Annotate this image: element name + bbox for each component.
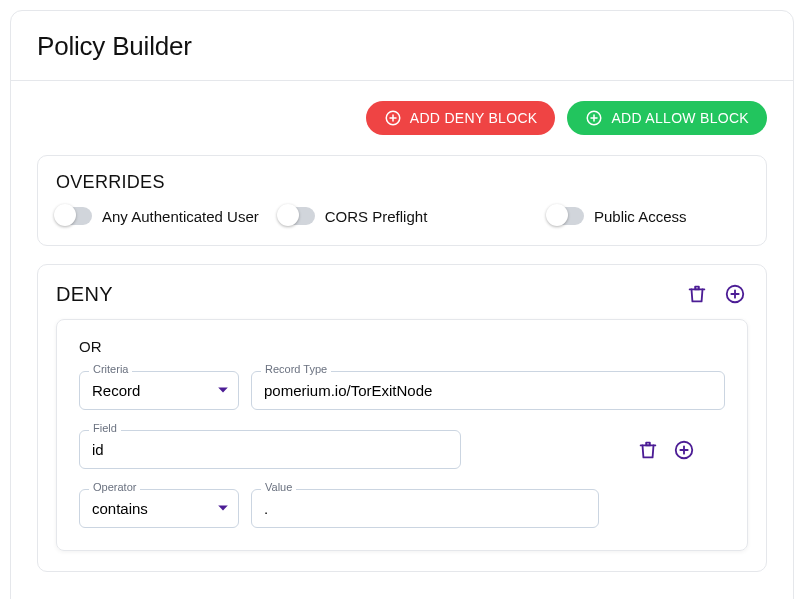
field-label: Field xyxy=(89,422,121,434)
criteria-label: Criteria xyxy=(89,363,132,375)
add-allow-block-button[interactable]: ADD ALLOW BLOCK xyxy=(567,101,767,135)
add-allow-block-label: ADD ALLOW BLOCK xyxy=(611,110,749,126)
criteria-select[interactable]: Record xyxy=(79,371,239,410)
or-label: OR xyxy=(79,338,725,355)
value-label: Value xyxy=(261,481,296,493)
plus-circle-icon xyxy=(384,109,402,127)
plus-circle-icon xyxy=(724,283,746,305)
add-criterion-button[interactable] xyxy=(671,437,697,463)
delete-criterion-button[interactable] xyxy=(635,437,661,463)
operator-field: Operator contains xyxy=(79,489,239,528)
field-field: Field xyxy=(79,430,461,469)
delete-block-button[interactable] xyxy=(684,281,710,307)
overrides-section: OVERRIDES Any Authenticated User CORS Pr… xyxy=(37,155,767,246)
add-deny-block-label: ADD DENY BLOCK xyxy=(410,110,538,126)
rule-group: OR Criteria Record Record Type xyxy=(56,319,748,551)
criteria-field: Criteria Record xyxy=(79,371,239,410)
record-type-field: Record Type xyxy=(251,371,725,410)
operator-select[interactable]: contains xyxy=(79,489,239,528)
trash-icon xyxy=(686,283,708,305)
deny-section: DENY xyxy=(37,264,767,572)
toggle-label: CORS Preflight xyxy=(325,208,428,225)
plus-circle-icon xyxy=(585,109,603,127)
operator-label: Operator xyxy=(89,481,140,493)
trash-icon xyxy=(637,439,659,461)
toggle-cors-preflight[interactable] xyxy=(279,207,315,225)
toggle-label: Public Access xyxy=(594,208,687,225)
toggle-public-access[interactable] xyxy=(548,207,584,225)
value-field: Value xyxy=(251,489,599,528)
overrides-title: OVERRIDES xyxy=(56,172,748,193)
page-title: Policy Builder xyxy=(37,31,767,62)
record-type-input[interactable] xyxy=(251,371,725,410)
action-button-row: ADD DENY BLOCK ADD ALLOW BLOCK xyxy=(37,101,767,135)
record-type-label: Record Type xyxy=(261,363,331,375)
plus-circle-icon xyxy=(673,439,695,461)
toggle-any-authenticated-user[interactable] xyxy=(56,207,92,225)
value-input[interactable] xyxy=(251,489,599,528)
add-rule-button[interactable] xyxy=(722,281,748,307)
deny-title: DENY xyxy=(56,283,113,306)
toggle-label: Any Authenticated User xyxy=(102,208,259,225)
field-input[interactable] xyxy=(79,430,461,469)
add-deny-block-button[interactable]: ADD DENY BLOCK xyxy=(366,101,556,135)
